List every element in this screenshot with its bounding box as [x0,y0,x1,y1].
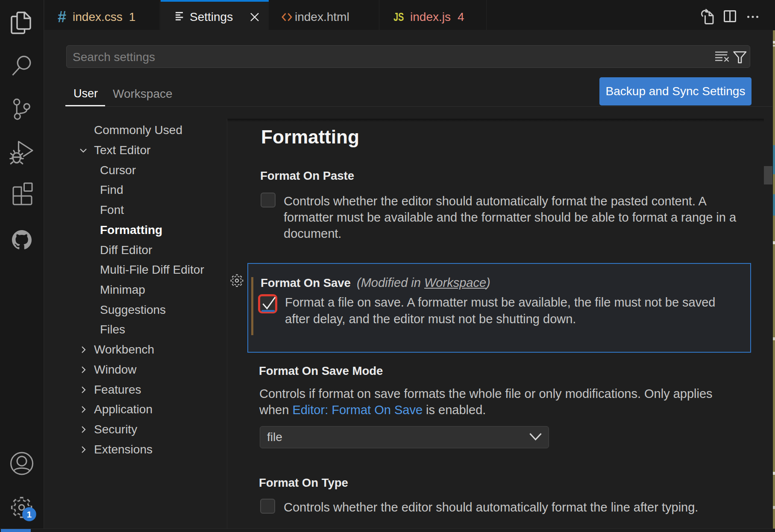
svg-text:1: 1 [27,509,32,519]
